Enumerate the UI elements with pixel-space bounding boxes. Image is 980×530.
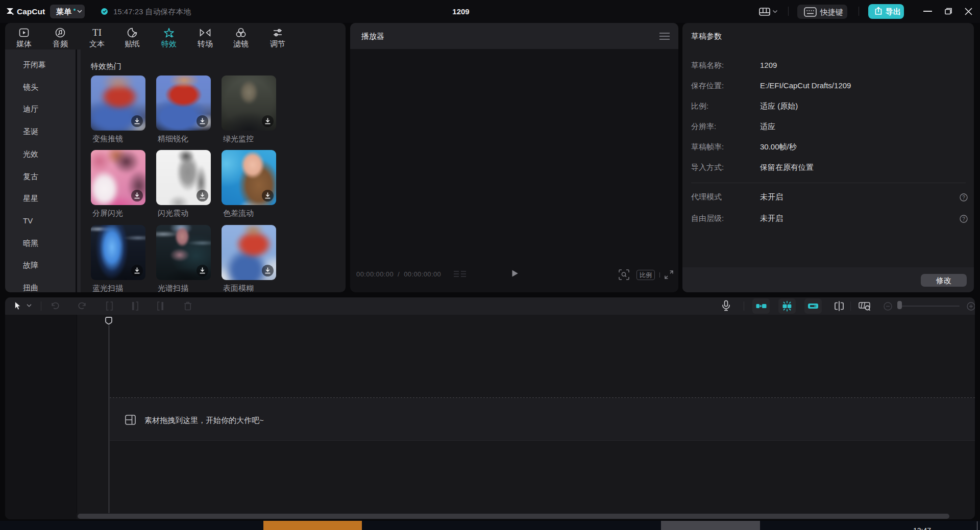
svg-text:TI: TI [92,27,102,38]
svg-text:?: ? [962,216,965,222]
svg-text:?: ? [962,195,965,200]
